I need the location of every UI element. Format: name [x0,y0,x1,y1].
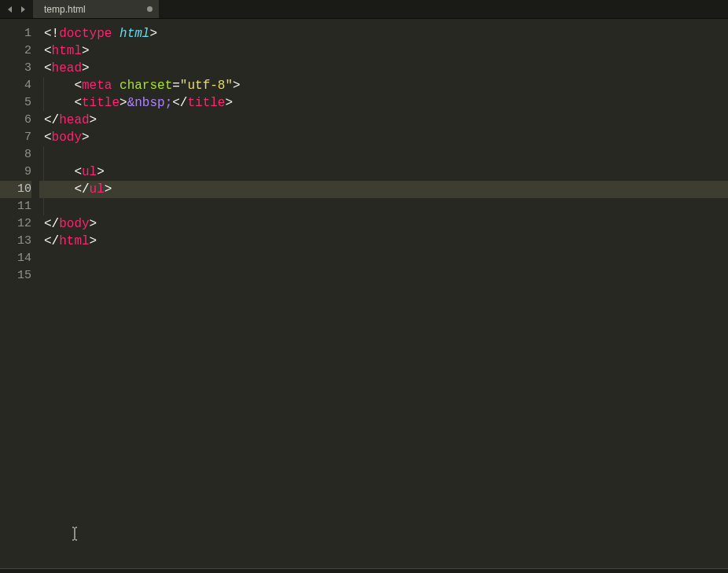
line-number: 9 [0,163,31,181]
token: > [82,130,90,145]
token: &nbsp; [127,96,173,110]
token: title [187,96,225,110]
nav-arrows [0,0,33,18]
code-line[interactable]: </html> [39,233,728,250]
token: head [59,113,89,127]
token: ul [82,165,97,179]
token: </ [172,96,187,110]
code-line[interactable]: <meta charset="utf-8"> [39,77,728,94]
token: meta [82,79,112,93]
token: > [90,113,97,127]
line-number: 7 [0,129,31,146]
token [112,27,119,41]
token: body [59,217,89,231]
editor-area[interactable]: 123456789101112131415 <!doctype html><ht… [0,19,728,568]
code-line[interactable]: <!doctype html> [39,25,728,42]
token: head [52,61,82,75]
token: < [74,165,82,179]
token: < [44,130,52,145]
token: html [52,44,82,58]
token: charset [119,79,172,93]
token: > [225,96,233,110]
code-line[interactable]: <html> [39,42,728,60]
line-number: 2 [0,42,31,60]
code-line[interactable]: <body> [39,129,728,146]
token: title [82,96,119,110]
token: > [82,44,90,58]
token: > [119,96,127,110]
code-line[interactable] [39,198,728,215]
token: < [44,61,52,75]
file-tab[interactable]: temp.html [33,0,159,18]
line-number: 12 [0,215,31,233]
code-line[interactable]: <head> [39,60,728,77]
line-number: 10 [0,181,31,198]
token [112,79,119,93]
token: > [90,234,97,248]
token: > [82,61,90,75]
code-line[interactable] [39,250,728,267]
token: <! [44,27,59,41]
file-tab-label: temp.html [44,4,86,15]
code-line[interactable] [39,267,728,285]
code-content[interactable]: <!doctype html><html><head> <meta charse… [39,19,728,568]
code-line[interactable]: </head> [39,112,728,129]
code-line[interactable]: </ul> [39,181,728,198]
line-number: 6 [0,112,31,129]
status-bar [0,568,728,573]
code-line[interactable]: <title>&nbsp;</title> [39,94,728,112]
token: > [97,165,105,179]
line-number: 14 [0,250,31,267]
nav-back-icon[interactable] [5,4,16,15]
token: > [149,27,157,41]
token: </ [44,113,59,127]
token: </ [74,182,89,197]
code-line[interactable]: </body> [39,215,728,233]
token: </ [44,217,59,231]
token: </ [44,234,59,248]
line-number: 8 [0,146,31,163]
token: = [172,79,180,93]
token: > [90,217,97,231]
dirty-indicator-icon [147,6,153,12]
nav-forward-icon[interactable] [17,4,28,15]
token: doctype [59,27,112,41]
token: html [59,234,89,248]
line-number: 13 [0,233,31,250]
token: > [105,182,112,197]
token: < [44,44,52,58]
line-number: 3 [0,60,31,77]
token: "utf-8" [180,79,233,93]
line-number: 15 [0,267,31,285]
line-number: 1 [0,25,31,42]
code-line[interactable]: <ul> [39,163,728,181]
line-number-gutter: 123456789101112131415 [0,19,39,568]
token: html [119,27,149,41]
line-number: 4 [0,77,31,94]
tab-bar: temp.html [0,0,728,19]
token: ul [90,182,105,197]
line-number: 11 [0,198,31,215]
token: body [52,130,82,145]
code-line[interactable] [39,146,728,163]
token: < [74,79,82,93]
token: < [74,96,82,110]
line-number: 5 [0,94,31,112]
token: > [233,79,241,93]
